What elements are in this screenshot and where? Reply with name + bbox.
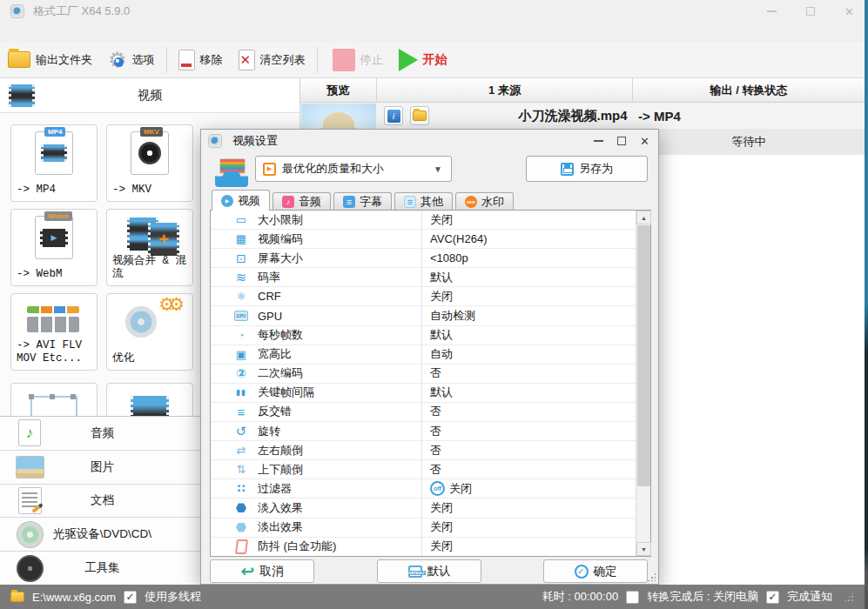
clear-x-icon	[239, 50, 255, 70]
dialog-tab[interactable]: 其他	[394, 192, 453, 211]
start-button[interactable]: 开始	[391, 44, 455, 76]
setting-label: 关键帧间隔	[258, 385, 314, 400]
remove-button[interactable]: 移除	[171, 44, 231, 76]
open-folder-button[interactable]	[410, 106, 429, 125]
dialog-tab[interactable]: 水印	[455, 192, 514, 211]
preset-dropdown[interactable]: 最优化的质量和大小 ▼	[255, 156, 452, 182]
setting-label: 左右颠倒	[258, 443, 303, 458]
dialog-tab[interactable]: 音频	[273, 192, 331, 211]
setting-value: 否	[430, 365, 441, 381]
setting-row[interactable]: 淡入效果 关闭	[211, 499, 636, 518]
format-card-label: -> MKV	[112, 184, 191, 197]
preset-tray-icon	[215, 157, 248, 187]
setting-row[interactable]: 二次编码 否	[211, 365, 636, 384]
setting-row[interactable]: 大小限制 关闭	[211, 211, 636, 230]
cancel-button[interactable]: ↩ 取消	[210, 559, 314, 583]
setting-row[interactable]: 关键帧间隔 默认	[211, 384, 636, 403]
dialog-maximize-button[interactable]	[617, 137, 626, 145]
window-resize-grip[interactable]	[844, 592, 854, 602]
scroll-down-icon[interactable]: ▼	[636, 542, 651, 556]
minimize-button[interactable]	[767, 10, 777, 12]
shutdown-after-checkbox[interactable]	[626, 591, 639, 604]
setting-row[interactable]: 码率 默认	[211, 268, 636, 287]
setting-label: 宽高比	[258, 346, 292, 362]
shutdown-after-label: 转换完成后 : 关闭电脑	[647, 589, 758, 605]
format-card[interactable]: 视频合并 & 混流	[106, 209, 193, 286]
dialog-resize-grip[interactable]	[647, 572, 656, 581]
save-as-button[interactable]: 另存为	[526, 156, 648, 182]
rotate-icon	[232, 424, 251, 439]
dialog-tab[interactable]: 视频	[212, 190, 270, 211]
setting-row[interactable]: GPU 自动检测	[211, 306, 636, 325]
dialog-tab[interactable]: 字幕	[333, 192, 392, 211]
setting-label: 旋转	[258, 424, 280, 439]
setting-value: 自动检测	[430, 308, 475, 324]
output-path-folder-icon	[10, 592, 24, 602]
setting-row[interactable]: 淡出效果 关闭	[211, 519, 636, 538]
format-card[interactable]: 优化	[106, 293, 193, 371]
setting-row[interactable]: CRF 关闭	[211, 287, 636, 306]
multi-format-icon	[25, 304, 83, 339]
setting-label: 过滤器	[258, 481, 292, 497]
setting-row[interactable]: 旋转 否	[211, 422, 636, 441]
dialog-close-button[interactable]: ✕	[640, 135, 649, 148]
format-card[interactable]	[10, 383, 98, 416]
format-card[interactable]: Webm -> WebM	[10, 209, 98, 286]
clear-list-button[interactable]: 清空列表	[231, 44, 313, 76]
setting-row[interactable]: 反交错 否	[211, 403, 636, 422]
off-badge: off	[430, 481, 445, 496]
preset-selected-value: 最优化的质量和大小	[282, 161, 384, 177]
dialog-title: 视频设置	[232, 133, 278, 149]
setting-label: GPU	[258, 310, 282, 323]
mp4-file-icon: MP4	[35, 131, 73, 175]
setting-row[interactable]: 过滤器 off 关闭	[211, 479, 636, 499]
ok-button[interactable]: ✓ 确定	[543, 559, 648, 583]
folder-icon	[413, 110, 427, 121]
webm-file-icon: Webm	[35, 216, 73, 259]
setting-row[interactable]: 宽高比 自动	[211, 345, 636, 365]
format-card-label: -> AVI FLV MOV Etc...	[17, 339, 95, 366]
setting-label: 大小限制	[258, 212, 303, 228]
category-label: 光驱设备\DVD\CD\	[0, 526, 205, 542]
sidebar-header-video[interactable]: 视频	[0, 78, 299, 113]
column-preview[interactable]: 预览	[300, 78, 377, 102]
options-button[interactable]: ⚙ 选项	[100, 44, 163, 76]
format-card[interactable]	[106, 383, 193, 416]
notify-checkbox[interactable]: ✓	[766, 591, 779, 604]
stop-button[interactable]: 停止	[325, 44, 391, 76]
tab-label: 水印	[481, 194, 504, 210]
settings-scrollbar[interactable]: ▲ ▼	[636, 211, 650, 556]
optimize-icon	[124, 299, 176, 345]
chevron-down-icon: ▼	[434, 164, 442, 174]
scrollbar-thumb[interactable]	[637, 225, 650, 486]
format-card-label: 视频合并 & 混流	[112, 255, 191, 282]
toolbar-separator	[166, 47, 167, 73]
film-tools-icon	[131, 396, 169, 416]
play-icon	[399, 49, 418, 71]
toolbar-separator	[317, 47, 318, 73]
setting-row[interactable]: 左右颠倒 否	[211, 441, 636, 460]
titlebar: 格式工厂 X64 5.9.0 ✕	[0, 0, 868, 23]
format-card[interactable]: MKV -> MKV	[106, 124, 193, 202]
dialog-minimize-button[interactable]	[594, 140, 603, 142]
setting-row[interactable]: 屏幕大小 <1080p	[211, 249, 636, 268]
setting-row[interactable]: 防抖 (白金功能) 关闭	[211, 538, 636, 556]
format-card[interactable]: MP4 -> MP4	[10, 124, 98, 202]
format-badge: MKV	[140, 127, 163, 137]
multithread-checkbox[interactable]: ✓	[124, 591, 137, 604]
output-folder-button[interactable]: 输出文件夹	[0, 44, 100, 76]
column-output[interactable]: 输出 / 转换状态	[633, 78, 865, 102]
format-card[interactable]: -> AVI FLV MOV Etc...	[10, 293, 98, 371]
setting-row[interactable]: 上下颠倒 否	[211, 460, 636, 479]
info-button[interactable]: i	[384, 106, 403, 125]
close-button[interactable]: ✕	[844, 5, 854, 18]
bitrate-icon	[232, 270, 251, 285]
setting-row[interactable]: 视频编码 AVC(H264)	[211, 230, 636, 249]
column-source[interactable]: 1 来源	[377, 78, 633, 102]
scroll-up-icon[interactable]: ▲	[636, 211, 651, 224]
maximize-button[interactable]	[806, 7, 815, 16]
default-button[interactable]: 默认	[377, 559, 481, 583]
aspect-ratio-icon	[232, 348, 251, 361]
output-path[interactable]: E:\www.x6g.com	[32, 591, 116, 604]
setting-row[interactable]: 每秒帧数 默认	[211, 326, 636, 345]
